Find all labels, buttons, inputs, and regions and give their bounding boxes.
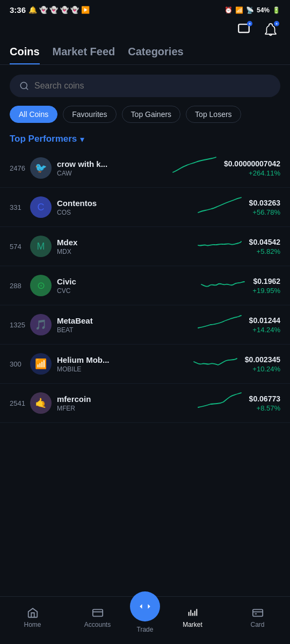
coin-price: $0.06773 +8.57% (249, 394, 280, 412)
filter-chips: All Coins Favourites Top Gainers Top Los… (0, 103, 290, 128)
tab-coins[interactable]: Coins (10, 46, 40, 64)
tab-market-feed[interactable]: Market Feed (53, 46, 115, 64)
coin-change: +19.95% (252, 287, 280, 295)
coin-change: +8.57% (249, 404, 280, 412)
coin-price-val: $0.06773 (249, 394, 280, 403)
coin-symbol: MDX (57, 248, 190, 255)
svg-rect-3 (252, 610, 262, 617)
search-box[interactable] (10, 75, 280, 97)
coin-icon: 🎵 (30, 314, 52, 335)
coin-row[interactable]: 574 M Mdex MDX $0.04542 +5.82% (0, 227, 290, 266)
signal-icon: 📡 (246, 6, 254, 14)
coin-info: Civic CVC (57, 277, 193, 295)
coin-row[interactable]: 2476 🐦 crow with k... CAW $0.00000007042… (0, 149, 290, 188)
coin-row[interactable]: 300 📶 Helium Mob... MOBILE $0.002345 +10… (0, 345, 290, 384)
battery-icon: 🔋 (272, 6, 280, 14)
card-icon (252, 607, 264, 619)
coin-price: $0.03263 +56.78% (249, 199, 280, 216)
section-arrow[interactable]: ▾ (80, 134, 84, 144)
nav-card[interactable]: Card (225, 607, 290, 628)
coin-name: Mdex (57, 238, 190, 247)
coin-info: Helium Mob... MOBILE (57, 355, 186, 373)
nav-home[interactable]: Home (0, 607, 65, 628)
coin-chart (195, 391, 244, 415)
screen-button[interactable]: + (234, 20, 253, 39)
home-icon (27, 607, 39, 619)
coin-chart (195, 235, 244, 258)
nav-trade[interactable]: Trade (130, 602, 160, 633)
trade-icon (138, 599, 152, 613)
chip-top-losers[interactable]: Top Losers (186, 106, 241, 123)
coin-price: $0.00000007042 +264.11% (224, 159, 280, 177)
coin-rank: 300 (10, 360, 30, 368)
nav-accounts[interactable]: Accounts (65, 607, 130, 628)
coin-price: $0.01244 +14.24% (249, 316, 280, 334)
coin-name: MetaBeat (57, 316, 190, 325)
notification-icons: 🔔 👻 👻 👻 👻 ▶️ (28, 6, 90, 14)
status-time: 3:36 (10, 5, 26, 14)
coin-chart (199, 274, 247, 297)
chip-top-gainers[interactable]: Top Gainers (122, 106, 180, 123)
market-icon (187, 607, 199, 619)
status-left: 3:36 🔔 👻 👻 👻 👻 ▶️ (10, 5, 90, 14)
battery-text: 54% (257, 6, 270, 14)
chip-all-coins[interactable]: All Coins (10, 106, 57, 123)
coin-name: Helium Mob... (57, 355, 186, 364)
coin-icon: 📶 (30, 353, 52, 375)
coin-symbol: COS (57, 209, 190, 216)
coin-info: Contentos COS (57, 199, 190, 216)
nav-market[interactable]: Market (160, 607, 225, 628)
tab-categories[interactable]: Categories (128, 46, 183, 64)
coin-info: crow with k... CAW (57, 159, 165, 177)
bottom-nav: Home Accounts Trade Market Card (0, 596, 290, 644)
coin-name: Contentos (57, 199, 190, 208)
coin-icon: 🐦 (30, 157, 52, 179)
coin-price-val: $0.03263 (249, 199, 280, 207)
coin-price-val: $0.1962 (252, 277, 280, 286)
coin-row[interactable]: 2541 🤙 mfercoin MFER $0.06773 +8.57% (0, 384, 290, 423)
coin-row[interactable]: 331 C Contentos COS $0.03263 +56.78% (0, 188, 290, 227)
coin-change: +264.11% (224, 169, 280, 177)
coin-name: crow with k... (57, 159, 165, 169)
coin-icon: M (30, 236, 52, 257)
coin-change: +14.24% (249, 326, 280, 334)
coin-symbol: MOBILE (57, 365, 186, 373)
coin-name: Civic (57, 277, 193, 286)
coin-price-val: $0.01244 (249, 316, 280, 325)
search-wrapper (0, 65, 290, 103)
coin-change: +10.24% (245, 365, 280, 373)
coin-chart (191, 352, 240, 376)
coin-price-val: $0.04542 (249, 238, 280, 246)
coin-row[interactable]: 288 ⊙ Civic CVC $0.1962 +19.95% (0, 266, 290, 305)
coin-row[interactable]: 1325 🎵 MetaBeat BEAT $0.01244 +14.24% (0, 305, 290, 345)
notification-button[interactable]: + (261, 20, 280, 39)
trade-button[interactable] (130, 591, 160, 621)
nav-accounts-label: Accounts (84, 621, 111, 628)
coin-rank: 2541 (10, 399, 30, 407)
coin-info: Mdex MDX (57, 238, 190, 255)
svg-rect-2 (92, 610, 102, 617)
wifi-icon: 📶 (235, 6, 243, 14)
coin-price: $0.002345 +10.24% (245, 355, 280, 373)
coin-symbol: MFER (57, 405, 190, 412)
coin-symbol: CAW (57, 170, 165, 177)
coin-symbol: CVC (57, 287, 193, 295)
coin-rank: 1325 (10, 321, 30, 329)
search-input[interactable] (34, 81, 271, 91)
top-icons: + + (0, 18, 290, 43)
chip-favourites[interactable]: Favourites (63, 106, 116, 123)
coin-info: MetaBeat BEAT (57, 316, 190, 334)
coin-icon: ⊙ (30, 275, 52, 296)
coin-info: mfercoin MFER (57, 394, 190, 412)
coin-name: mfercoin (57, 394, 190, 404)
nav-card-label: Card (250, 621, 264, 628)
coin-chart (170, 156, 219, 180)
section-header: Top Performers ▾ (0, 128, 290, 149)
coin-price-val: $0.00000007042 (224, 159, 280, 168)
search-icon (19, 81, 29, 91)
status-right: ⏰ 📶 📡 54% 🔋 (224, 6, 280, 14)
coin-price: $0.04542 +5.82% (249, 238, 280, 255)
coin-rank: 288 (10, 282, 30, 290)
coin-icon: C (30, 196, 52, 218)
coin-rank: 2476 (10, 164, 30, 172)
